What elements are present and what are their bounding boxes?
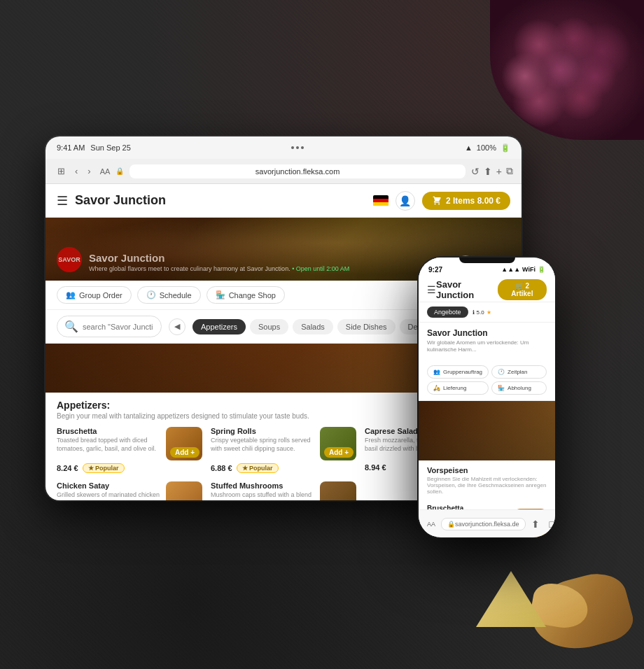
category-side-dishes[interactable]: Side Dishes	[337, 319, 396, 334]
phone-hero-title: Savor Junction	[427, 328, 547, 338]
chicken-satay-info: Chicken Satay Grilled skewers of marinat…	[57, 481, 162, 500]
chicken-satay-image	[166, 481, 202, 500]
phone-tabs: Angebote ℹ 5.0 ★	[419, 302, 555, 323]
phone-group-icon: 👥	[433, 369, 440, 375]
chicken-satay-desc: Grilled skewers of marinated chicken ser…	[57, 491, 162, 500]
phone-device: 9:27 ▲▲▲ WiFi 🔋 ☰ Savor Junction 🛒 2 Art…	[419, 258, 555, 537]
phone-bottom-bar: AA 🔒 savorjunction.fleksa.de ⬆ □ ✕	[419, 509, 555, 537]
site-title: Savor Junction	[75, 193, 166, 208]
phone-bottom-icons: ⬆ □ ✕	[531, 519, 555, 530]
phone-menu-icon[interactable]: ☰	[427, 284, 436, 295]
group-order-btn[interactable]: 👥 Group Order	[57, 286, 132, 304]
category-soups[interactable]: Soups	[250, 319, 288, 334]
menu-item-stuffed-mushrooms: Stuffed Mushrooms Mushroom caps stuffed …	[211, 481, 356, 500]
browser-forward-btn[interactable]: ›	[84, 164, 94, 178]
cart-icon	[432, 196, 442, 206]
hero-info: Savor Junction Where global flavors meet…	[89, 252, 349, 272]
user-icon[interactable]: 👤	[396, 191, 415, 211]
phone-delivery-icon: 🛵	[433, 385, 440, 391]
phone-lock-icon: 🔒	[447, 521, 455, 528]
spring-rolls-price: 6.88 €	[211, 464, 232, 472]
change-shop-btn[interactable]: 🏪 Change Shop	[206, 286, 285, 304]
hero-tagline: Where global flavors meet to create culi…	[89, 265, 349, 272]
category-salads[interactable]: Salads	[293, 319, 333, 334]
open-status: •	[292, 265, 296, 272]
spring-rolls-add-btn[interactable]: Add +	[324, 447, 354, 458]
browser-aa[interactable]: AA	[100, 167, 111, 176]
caprese-price: 8.94 €	[365, 463, 386, 472]
bruschetta-add-btn[interactable]: Add +	[170, 447, 200, 458]
categories-back-btn[interactable]: ◀	[169, 318, 186, 335]
grapes-decoration	[490, 0, 644, 140]
schedule-btn[interactable]: 🕐 Schedule	[137, 286, 201, 304]
menu-item-chicken-satay: Chicken Satay Grilled skewers of marinat…	[57, 481, 202, 500]
phone-abholung-btn[interactable]: 🏪 Abholung	[491, 381, 547, 395]
phone-header: ☰ Savor Junction 🛒 2 Artikel	[419, 277, 555, 302]
signal-bars-icon: ▲▲▲	[501, 266, 520, 273]
spring-rolls-name: Spring Rolls	[211, 427, 316, 435]
browser-share-btn[interactable]: ⬆	[484, 165, 492, 177]
category-appetizers[interactable]: Appetizers	[192, 319, 246, 334]
statusbar-dots	[291, 146, 304, 149]
stuffed-mushrooms-info: Stuffed Mushrooms Mushroom caps stuffed …	[211, 481, 316, 500]
browser-tabs-btn[interactable]: ⧉	[506, 165, 513, 177]
phone-url-text: savorjunction.fleksa.de	[455, 521, 519, 528]
dot-1	[291, 146, 294, 149]
statusbar-right: ▲ 100% 🔋	[465, 143, 510, 153]
menu-item-bruschetta-top: Bruschetta Toasted bread topped with dic…	[57, 427, 202, 460]
dot-2	[296, 146, 299, 149]
stuffed-mushrooms-name: Stuffed Mushrooms	[211, 481, 316, 490]
menu-item-bruschetta: Bruschetta Toasted bread topped with dic…	[57, 427, 202, 473]
chicken-satay-name: Chicken Satay	[57, 481, 162, 490]
phone-gruppenauftrag-btn[interactable]: 👥 Gruppenauftrag	[427, 365, 489, 379]
phone-aa-label: AA	[427, 521, 435, 528]
hero-restaurant-name: Savor Junction	[89, 252, 349, 264]
open-time: Open until 2:00 AM	[296, 265, 350, 272]
phone-zeitplan-btn[interactable]: 🕐 Zeitplan	[491, 365, 547, 379]
phone-section-title: Vorspeisen	[427, 466, 547, 474]
time-display: 9:41 AM	[57, 143, 85, 152]
bruschetta-price: 8.24 €	[57, 464, 78, 472]
bruschetta-name: Bruschetta	[57, 427, 162, 435]
browser-nav: ⊞ ‹ ›	[54, 164, 94, 178]
bruschetta-info: Bruschetta Toasted bread topped with dic…	[57, 427, 162, 453]
site-header-left: ☰ Savor Junction	[57, 193, 166, 209]
battery-icon: 🔋	[500, 143, 510, 153]
phone-lieferung-btn[interactable]: 🛵 Lieferung	[427, 381, 489, 395]
phone-food-banner	[419, 401, 555, 460]
phone-bookmark-icon[interactable]: □	[550, 519, 555, 530]
site-header-right: 👤 2 Items 8.00 €	[373, 191, 510, 211]
browser-reload-btn[interactable]: ↺	[471, 165, 479, 177]
phone-url-bar[interactable]: 🔒 savorjunction.fleksa.de	[441, 518, 526, 530]
search-input[interactable]	[83, 323, 153, 331]
tablet-browser-bar: ⊞ ‹ › AA 🔒 ↺ ⬆ + ⧉	[46, 159, 522, 184]
phone-clock-icon: 🕐	[498, 369, 505, 375]
stuffed-mushrooms-image	[320, 481, 356, 500]
date-display: Sun Sep 25	[90, 143, 131, 152]
hamburger-icon[interactable]: ☰	[57, 193, 68, 209]
phone-star-icon: ★	[486, 309, 491, 316]
german-flag-icon[interactable]	[373, 195, 388, 206]
actions-left: 👥 Group Order 🕐 Schedule 🏪 Change Shop	[57, 286, 285, 304]
stuffed-mushrooms-top: Stuffed Mushrooms Mushroom caps stuffed …	[211, 481, 356, 500]
phone-rating-value: 5.0	[477, 309, 484, 316]
cart-button[interactable]: 2 Items 8.00 €	[422, 192, 510, 210]
phone-cart-btn[interactable]: 🛒 2 Artikel	[498, 279, 547, 300]
browser-url-input[interactable]	[130, 164, 465, 178]
clock-icon: 🕐	[146, 290, 156, 300]
bruschetta-popular-badge: ★ Popular	[83, 463, 125, 473]
browser-back-btn[interactable]: ‹	[71, 164, 81, 178]
search-icon: 🔍	[64, 320, 78, 333]
phone-tab-angebote[interactable]: Angebote	[427, 307, 468, 318]
statusbar-left: 9:41 AM Sun Sep 25	[57, 143, 131, 152]
search-box: 🔍	[57, 316, 162, 337]
shop-icon: 🏪	[216, 290, 225, 300]
bruschetta-image: Add +	[166, 427, 202, 460]
browser-add-tab-btn[interactable]: +	[496, 165, 502, 177]
battery-display: 100%	[477, 143, 496, 152]
browser-sidebar-btn[interactable]: ⊞	[54, 164, 69, 178]
menu-item-spring-rolls: Spring Rolls Crispy vegetable spring rol…	[211, 427, 356, 473]
tablet-statusbar: 9:41 AM Sun Sep 25 ▲ 100% 🔋	[46, 136, 522, 159]
phone-share-icon[interactable]: ⬆	[531, 519, 540, 530]
phone-rating-display: ℹ 5.0 ★	[472, 307, 491, 318]
